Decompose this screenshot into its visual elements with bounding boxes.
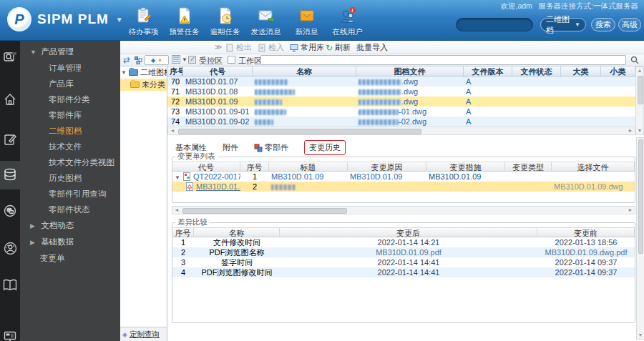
col-minor-class[interactable]: 小类	[601, 66, 635, 76]
quick-filter-input[interactable]	[260, 55, 626, 65]
col-type[interactable]: 变更类型	[505, 162, 552, 171]
diff-row[interactable]: 1 文件修改时间 2022-01-14 14:21 2022-01-13 18:…	[172, 237, 635, 247]
menu-item-order-mgmt[interactable]: 订单管理	[20, 60, 120, 76]
col-file[interactable]: 图档文件	[356, 66, 464, 76]
row-expanded-icon[interactable]: ▼	[175, 174, 180, 181]
tree-node-unclassified[interactable]: 未分类	[120, 79, 167, 91]
vscroll-thumb[interactable]	[638, 76, 643, 104]
col-measure[interactable]: 变更措施	[426, 162, 505, 171]
diff-row[interactable]: 4 PDF浏览图修改时间 2022-01-14 14:41 2022-01-14…	[172, 267, 635, 277]
search-category-dropdown[interactable]: 二维图档 ▼	[540, 18, 586, 31]
table-row[interactable]: 70 MB310D.01.07 .dwg A	[167, 76, 635, 87]
icon-rail	[0, 41, 20, 341]
scroll-left-icon[interactable]: ◄	[169, 127, 176, 134]
col-seq[interactable]: 序号	[240, 162, 269, 171]
col-file-status[interactable]: 文件状态	[512, 66, 561, 76]
table-row-selected[interactable]: 72 MB310D.01.09 .dwg A	[167, 97, 635, 107]
col-file-version[interactable]: 文件版本	[464, 66, 512, 76]
rail-data-icon[interactable]	[0, 161, 20, 189]
scroll-right-icon[interactable]: ►	[627, 127, 634, 134]
col-before[interactable]: 变更前	[537, 228, 635, 237]
checkin-button[interactable]: 检入	[258, 42, 284, 53]
change-order-row[interactable]: ▼ QT2022-0017 1 MB310D.01.09 MB310D.01.0…	[172, 172, 635, 182]
tree-expanded-icon[interactable]: ▼	[121, 69, 127, 76]
global-search-input[interactable]	[456, 18, 533, 31]
menu-item-product-lib[interactable]: 产品库	[20, 76, 120, 92]
checkout-button[interactable]: 检出	[225, 42, 252, 53]
vscroll-thumb[interactable]	[638, 139, 643, 254]
menu-item-2d-drawings[interactable]: 二维图档	[20, 123, 120, 139]
table-hscrollbar[interactable]: ◄ ►	[167, 127, 635, 135]
collapse-chevron-icon[interactable]: ≫	[215, 43, 222, 51]
nav-send-message[interactable]: 发送消息	[245, 4, 286, 37]
col-after[interactable]: 变更后	[280, 228, 537, 237]
rail-chat-icon[interactable]	[0, 197, 20, 225]
scroll-right-icon[interactable]: ►	[627, 207, 634, 214]
search-button[interactable]: 搜索	[591, 18, 615, 31]
col-seq[interactable]: 序号	[172, 228, 194, 237]
table-vscrollbar[interactable]: ▲ ▼	[635, 66, 644, 135]
rail-browse-icon[interactable]	[0, 44, 20, 72]
nav-online-users[interactable]: i 在线用户	[327, 4, 368, 37]
batch-import-button[interactable]: 批量导入	[356, 42, 388, 53]
workspace-checkbox[interactable]	[228, 56, 235, 64]
nav-overdue-tasks[interactable]: 逾期任务	[205, 4, 245, 37]
sync-icon[interactable]: ⇄	[123, 56, 130, 64]
menu-item-tech-doc-class-view[interactable]: 技术文件分类视图	[20, 154, 120, 170]
nav-todo[interactable]: 待办事项	[123, 4, 164, 37]
col-reason[interactable]: 变更原因	[348, 162, 426, 171]
change-list-hscrollbar[interactable]: ◄ ►	[172, 206, 635, 214]
welcome-text: 欢迎,adm	[500, 1, 532, 10]
custom-query-link[interactable]: 定制查询	[130, 330, 160, 340]
hscroll-thumb[interactable]	[178, 129, 421, 134]
menu-section-doc-activity[interactable]: ▶ 文档动态	[20, 217, 120, 234]
col-seq[interactable]: 序号	[167, 66, 183, 76]
col-select-file[interactable]: 选择文件	[552, 162, 635, 171]
col-name[interactable]: 名称	[253, 66, 356, 76]
rail-library-icon[interactable]	[0, 271, 20, 300]
col-code[interactable]: 代号	[172, 162, 240, 171]
table-row[interactable]: 74 MB310D.01.09-02 -02.dwg A	[167, 117, 635, 127]
refresh-button[interactable]: ↻ 刷新	[326, 42, 351, 53]
col-name[interactable]: 名称	[194, 228, 280, 237]
menu-item-history-drawings[interactable]: 历史图档	[20, 170, 120, 186]
scroll-left-icon[interactable]: ◄	[173, 207, 180, 214]
menu-section-base-data[interactable]: ▶ 基础数据	[20, 234, 120, 250]
diff-row[interactable]: 3 签字时间 2022-01-14 14:41 2022-01-14 09:37	[172, 257, 635, 267]
col-code[interactable]: 代号	[183, 66, 253, 76]
menu-item-parts-ref-query[interactable]: 零部件引用查询	[20, 186, 120, 202]
table-row[interactable]: 73 MB310D.01.09-01 -01.dwg A	[167, 107, 635, 117]
diff-row[interactable]: 2 PDF浏览图名称 MB310D.01.09.pdf MB310D.01.09…	[172, 247, 635, 257]
rail-support-icon[interactable]	[0, 234, 20, 262]
nav-new-message[interactable]: 新消息	[286, 4, 327, 37]
scroll-down-icon[interactable]: ▼	[637, 332, 644, 339]
scroll-down-icon[interactable]: ▼	[636, 127, 643, 134]
menu-item-parts-lib[interactable]: 零部件库	[20, 107, 120, 123]
rail-home-icon[interactable]	[0, 85, 20, 114]
table-row[interactable]: 71 MB310D.01.08 .dwg A	[167, 87, 635, 97]
search-icon[interactable]	[630, 56, 639, 64]
redacted-name	[255, 119, 273, 125]
hscroll-thumb[interactable]	[182, 208, 347, 214]
controlled-area-checkbox[interactable]	[188, 56, 196, 64]
menu-section-product-mgmt[interactable]: ▼ 产品管理	[20, 41, 120, 60]
nav-warning-tasks[interactable]: 预警任务	[164, 4, 205, 37]
level-stepper[interactable]: ◆ ✦	[145, 55, 169, 65]
menu-item-parts-class[interactable]: 零部件分类	[20, 92, 120, 107]
menu-item-change-order[interactable]: 变更单	[20, 250, 120, 266]
rail-monitor-icon[interactable]	[0, 322, 20, 341]
detail-vscrollbar[interactable]: ▼	[636, 137, 644, 340]
col-title[interactable]: 标题	[269, 162, 348, 171]
rail-edit-icon[interactable]	[0, 125, 20, 154]
scroll-up-icon[interactable]: ▲	[636, 67, 643, 74]
change-item-row-selected[interactable]: MB310D.01.09 2 MB310D.01.09.dwg	[172, 182, 635, 192]
tree-root-node[interactable]: ▼ 二维图档分	[120, 66, 167, 79]
common-library-button[interactable]: 常用库	[290, 42, 324, 53]
view-mode-dropdown[interactable]: ▼	[172, 55, 187, 64]
menu-item-tech-docs[interactable]: 技术文件	[20, 139, 120, 154]
menu-item-parts-status[interactable]: 零部件状态	[20, 202, 120, 217]
tree-view-icon[interactable]	[135, 56, 142, 64]
advanced-search-button[interactable]: 高级	[618, 18, 641, 31]
app-logo[interactable]: P SIPM PLM ▼	[7, 7, 123, 31]
col-major-class[interactable]: 大类	[561, 66, 601, 76]
